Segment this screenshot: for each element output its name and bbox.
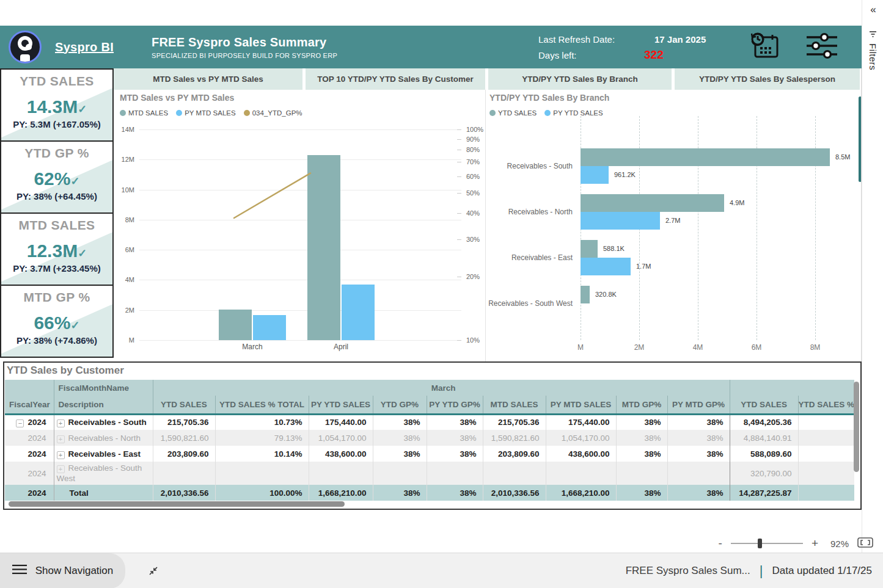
bar-py-ytd-sales[interactable]	[581, 166, 609, 184]
cell[interactable]	[616, 462, 667, 485]
cell[interactable]: 2024	[5, 430, 54, 446]
calendar-clock-icon[interactable]	[749, 31, 781, 63]
cell[interactable]: 38%	[667, 414, 730, 430]
table-horizontal-scrollbar[interactable]	[9, 501, 345, 507]
cell[interactable]: 38%	[373, 446, 427, 462]
cell[interactable]	[798, 462, 854, 485]
expand-icon[interactable]: +	[57, 451, 65, 459]
table-row[interactable]: −2024+Receivables - South215,705.3610.73…	[5, 414, 854, 430]
table-row[interactable]: 2024+Receivables - East203,809.6010.14%4…	[5, 446, 854, 462]
tab-mtd-vs-py[interactable]: MTD Sales vs PY MTD Sales	[114, 68, 302, 90]
tab-sales-by-branch[interactable]: YTD/PY YTD Sales By Branch	[488, 68, 672, 90]
collapse-view-icon[interactable]	[147, 565, 159, 577]
column-header[interactable]: YTD SALES	[153, 396, 215, 414]
cell[interactable]: 438,600.00	[309, 446, 373, 462]
cell[interactable]: 2024	[5, 462, 54, 485]
bar-chart-plot[interactable]: 8.5M961.2K4.9M2.7M588.1K1.7M320.8K	[581, 116, 859, 340]
cell[interactable]: 175,440.00	[546, 414, 616, 430]
month-group-header[interactable]: March	[153, 380, 730, 396]
filter-sliders-icon[interactable]	[805, 32, 838, 62]
cell[interactable]: 438,600.00	[546, 446, 616, 462]
cell[interactable]: 1,054,170.00	[309, 430, 373, 446]
mtd-sales-column-chart[interactable]: MTD Sales vs PY MTD Sales MTD SALES PY M…	[114, 90, 486, 361]
cell[interactable]: 38%	[373, 430, 427, 446]
cell[interactable]: 1,590,821.60	[153, 430, 215, 446]
cell[interactable]: 215,705.36	[483, 414, 546, 430]
cell[interactable]	[373, 462, 427, 485]
cell[interactable]: 215,705.36	[153, 414, 215, 430]
fiscal-month-name-header[interactable]: FiscalMonthName	[54, 380, 153, 396]
zoom-slider-handle[interactable]	[758, 539, 762, 548]
column-bar-py-mtd-sales[interactable]	[342, 285, 375, 340]
cell[interactable]: 10.14%	[215, 446, 309, 462]
cell[interactable]: 10.73%	[215, 414, 309, 430]
zoom-out-button[interactable]: -	[719, 538, 722, 549]
cell[interactable]: 38%	[616, 430, 667, 446]
cell[interactable]: 1,590,821.60	[483, 430, 546, 446]
column-header[interactable]: YTD GP%	[373, 396, 427, 414]
expand-filters-chevron-icon[interactable]: «	[862, 4, 883, 16]
table-row[interactable]: 2024+Receivables - North1,590,821.6079.1…	[5, 430, 854, 446]
table-total-row[interactable]: 2024Total2,010,336.56100.00%1,668,210.00…	[5, 485, 854, 501]
column-header[interactable]: PY YTD GP%	[427, 396, 483, 414]
cell[interactable]	[546, 462, 616, 485]
column-bar-py-mtd-sales[interactable]	[253, 315, 286, 340]
brand-link[interactable]: Syspro BI	[55, 40, 114, 54]
cell[interactable]	[153, 462, 215, 485]
column-header[interactable]: PY MTD SALES	[546, 396, 616, 414]
filters-pane-label[interactable]: Filters	[868, 43, 878, 70]
cell[interactable]: 79.13%	[215, 430, 309, 446]
tab-sales-by-salesperson[interactable]: YTD/PY YTD Sales By Salesperson	[675, 68, 860, 90]
cell[interactable]: 38%	[616, 414, 667, 430]
tab-top10-customers[interactable]: TOP 10 YTD/PY YTD Sales By Customer	[306, 68, 485, 90]
column-header[interactable]: MTD GP%	[616, 396, 667, 414]
cell[interactable]: 38%	[427, 414, 483, 430]
cell[interactable]: 588,089.60	[730, 446, 798, 462]
bar-py-ytd-sales[interactable]	[581, 212, 660, 230]
bar-py-ytd-sales[interactable]	[581, 258, 631, 275]
cell[interactable]: −2024	[5, 414, 54, 430]
cell[interactable]: 38%	[667, 446, 730, 462]
cell[interactable]: 38%	[427, 446, 483, 462]
cell[interactable]: 175,440.00	[309, 414, 373, 430]
cell[interactable]: 203,809.60	[483, 446, 546, 462]
cell[interactable]: 38%	[427, 430, 483, 446]
cell[interactable]: 320,790.00	[730, 462, 798, 485]
cell[interactable]: +Receivables - East	[54, 446, 153, 462]
cell[interactable]: 203,809.60	[153, 446, 215, 462]
show-navigation-button[interactable]: Show Navigation	[0, 553, 125, 588]
column-bar-mtd-sales[interactable]	[307, 155, 340, 340]
bar-ytd-sales[interactable]	[581, 148, 830, 166]
cell[interactable]: 38%	[616, 446, 667, 462]
column-header[interactable]: YTD SALES %	[798, 396, 854, 414]
column-chart-plot[interactable]	[139, 129, 461, 340]
cell[interactable]: +Receivables - South	[54, 414, 153, 430]
expand-icon[interactable]: +	[57, 465, 65, 473]
branch-bar-chart[interactable]: YTD/PY YTD Sales By Branch YTD SALES PY …	[486, 90, 861, 361]
cell[interactable]	[798, 430, 854, 446]
column-header-fiscalyear[interactable]: FiscalYear	[5, 396, 54, 414]
cell[interactable]: 38%	[667, 430, 730, 446]
cell[interactable]	[798, 414, 854, 430]
column-header-description[interactable]: Description	[54, 396, 153, 414]
column-header[interactable]: PY MTD GP%	[667, 396, 730, 414]
zoom-in-button[interactable]: +	[812, 538, 818, 549]
expand-icon[interactable]: +	[57, 435, 65, 443]
cell[interactable]: +Receivables - South West	[54, 462, 153, 485]
table-vertical-scrollbar[interactable]	[854, 382, 859, 472]
cell[interactable]: 1,054,170.00	[546, 430, 616, 446]
zoom-slider[interactable]	[731, 543, 803, 544]
column-header[interactable]: PY YTD SALES	[309, 396, 373, 414]
bar-ytd-sales[interactable]	[581, 240, 598, 258]
cell[interactable]: 38%	[373, 414, 427, 430]
column-header[interactable]: YTD SALES	[730, 396, 798, 414]
expand-icon[interactable]: +	[57, 419, 65, 427]
cell[interactable]	[427, 462, 483, 485]
column-header[interactable]: MTD SALES	[483, 396, 546, 414]
cell[interactable]	[798, 446, 854, 462]
cell[interactable]: 8,494,205.36	[730, 414, 798, 430]
cell[interactable]: 4,884,140.91	[730, 430, 798, 446]
bar-ytd-sales[interactable]	[581, 286, 590, 303]
cell[interactable]	[309, 462, 373, 485]
cell[interactable]	[483, 462, 546, 485]
